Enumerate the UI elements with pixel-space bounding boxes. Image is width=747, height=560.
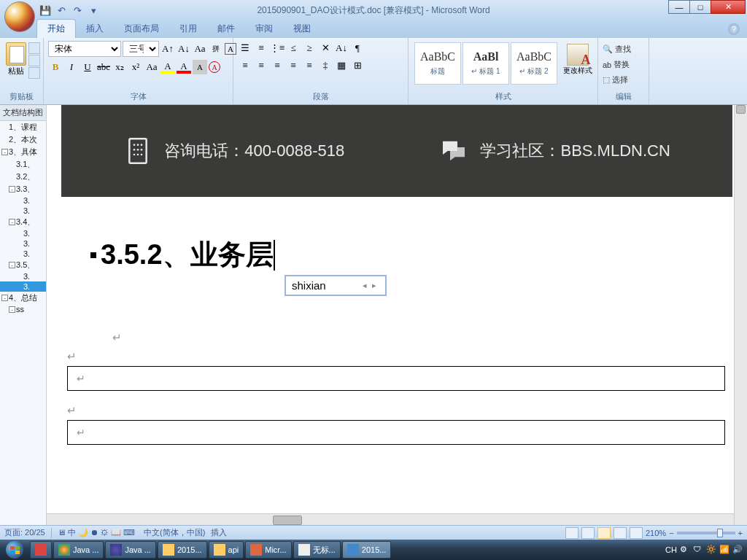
- scroll-thumb[interactable]: [273, 516, 302, 525]
- nav-item[interactable]: 3.2、: [0, 171, 46, 183]
- strikethrough-button[interactable]: abc: [96, 60, 111, 74]
- vertical-scrollbar[interactable]: [734, 105, 747, 526]
- enclose-char-button[interactable]: A: [209, 61, 220, 73]
- zoom-out-button[interactable]: −: [669, 529, 673, 537]
- font-name-select[interactable]: 宋体: [48, 41, 121, 57]
- expand-icon[interactable]: -: [1, 149, 8, 155]
- nav-item[interactable]: 2、本次: [0, 133, 46, 146]
- page-indicator[interactable]: 页面: 20/25: [4, 527, 45, 538]
- copy-icon[interactable]: [28, 55, 40, 66]
- language-indicator[interactable]: 中文(简体，中国): [144, 527, 205, 538]
- clear-format-icon[interactable]: Aa: [193, 42, 207, 56]
- undo-icon[interactable]: ↶: [55, 4, 67, 16]
- tab-references[interactable]: 引用: [169, 20, 207, 38]
- char-shading-button[interactable]: A: [193, 60, 207, 74]
- draft-view-button[interactable]: [630, 527, 643, 539]
- qat-dropdown-icon[interactable]: ▾: [88, 4, 99, 16]
- font-color-button[interactable]: A: [177, 60, 191, 74]
- fullscreen-view-button[interactable]: [581, 527, 595, 539]
- nav-item[interactable]: -ss: [0, 304, 46, 314]
- nav-item[interactable]: -3、具体: [0, 146, 46, 158]
- expand-icon[interactable]: -: [9, 219, 15, 225]
- ime-indicator-icon[interactable]: 🖥 中 🌙 ⏺ ⚙ 📖 ⌨: [58, 527, 135, 538]
- nav-item[interactable]: 3.: [0, 281, 46, 292]
- task-item[interactable]: 2015...: [158, 541, 207, 559]
- volume-icon[interactable]: 🔊: [732, 545, 743, 555]
- bullets-button[interactable]: ☰: [238, 41, 252, 55]
- italic-button[interactable]: I: [64, 60, 79, 74]
- tab-mailings[interactable]: 邮件: [207, 20, 245, 38]
- ime-paging-icon[interactable]: ◂ ▸: [363, 281, 378, 290]
- network-icon[interactable]: 📶: [719, 545, 729, 555]
- zoom-thumb[interactable]: [717, 529, 723, 537]
- nav-item[interactable]: -3.5、: [0, 259, 46, 271]
- task-item[interactable]: [30, 541, 52, 559]
- close-button[interactable]: ✕: [711, 0, 746, 14]
- redo-icon[interactable]: ↷: [71, 4, 83, 16]
- align-right-button[interactable]: ≡: [270, 58, 285, 73]
- tab-view[interactable]: 视图: [283, 20, 321, 38]
- nav-item[interactable]: 3.: [0, 206, 46, 216]
- style-item[interactable]: AaBl↵ 标题 1: [462, 42, 509, 85]
- grow-font-icon[interactable]: A↑: [160, 42, 175, 56]
- office-button[interactable]: [4, 1, 35, 32]
- table-cell[interactable]: ↵: [67, 366, 725, 391]
- tab-home[interactable]: 开始: [36, 19, 76, 38]
- indent-increase-button[interactable]: ≥: [302, 41, 317, 55]
- change-styles-button[interactable]: 更改样式: [560, 39, 595, 90]
- nav-item[interactable]: 1、课程: [0, 121, 46, 133]
- expand-icon[interactable]: -: [1, 295, 8, 301]
- shading-button[interactable]: ▦: [334, 58, 349, 73]
- table-cell[interactable]: ↵: [67, 420, 725, 445]
- show-marks-button[interactable]: ¶: [350, 41, 365, 55]
- tray-icon[interactable]: 🛡: [693, 545, 703, 555]
- align-justify-button[interactable]: ≡: [286, 58, 301, 73]
- change-case-button[interactable]: Aa: [144, 60, 159, 74]
- superscript-button[interactable]: x²: [128, 60, 143, 74]
- outline-view-button[interactable]: [614, 527, 627, 539]
- bold-button[interactable]: B: [48, 60, 63, 74]
- distribute-button[interactable]: ≡: [302, 58, 317, 73]
- expand-icon[interactable]: -: [9, 306, 15, 313]
- style-gallery[interactable]: AaBbC标题 AaBl↵ 标题 1 AaBbC↵ 标题 2: [411, 39, 560, 90]
- line-spacing-button[interactable]: ‡: [318, 58, 333, 73]
- nav-item[interactable]: -3.3、: [0, 183, 46, 195]
- start-button[interactable]: [0, 540, 29, 560]
- replace-button[interactable]: ab替换: [601, 58, 631, 71]
- format-painter-icon[interactable]: [28, 67, 40, 79]
- style-item[interactable]: AaBbC标题: [414, 42, 461, 85]
- borders-button[interactable]: ⊞: [350, 58, 365, 73]
- nav-item[interactable]: 3.: [0, 195, 46, 206]
- select-button[interactable]: ⬚选择: [601, 73, 630, 87]
- scroll-thumb[interactable]: [736, 105, 746, 114]
- align-left-button[interactable]: ≡: [238, 58, 252, 73]
- subscript-button[interactable]: x₂: [112, 60, 127, 74]
- tab-review[interactable]: 审阅: [245, 20, 283, 38]
- align-center-button[interactable]: ≡: [254, 58, 268, 73]
- task-item[interactable]: Java ...: [105, 541, 155, 559]
- document-area[interactable]: 咨询电话：400-0088-518 学习社区：BBS.MLDN.CN 3.5.2…: [47, 105, 747, 526]
- ime-candidate-box[interactable]: shixian ◂ ▸: [285, 275, 387, 296]
- print-layout-view-button[interactable]: [565, 527, 578, 539]
- phonetic-icon[interactable]: 拼: [209, 42, 223, 56]
- zoom-level[interactable]: 210%: [646, 529, 666, 537]
- tray-icon[interactable]: ⚙: [680, 545, 690, 555]
- sort-button[interactable]: A↓: [334, 41, 349, 55]
- insert-mode[interactable]: 插入: [211, 527, 227, 538]
- highlight-button[interactable]: A: [160, 60, 175, 74]
- tray-icon[interactable]: 🔆: [706, 545, 716, 555]
- tab-insert[interactable]: 插入: [76, 20, 114, 38]
- font-size-select[interactable]: 三号: [123, 41, 159, 57]
- web-layout-view-button[interactable]: [597, 527, 611, 539]
- cut-icon[interactable]: [28, 42, 40, 54]
- underline-button[interactable]: U: [80, 60, 95, 74]
- asian-layout-button[interactable]: ✕: [318, 41, 333, 55]
- document-heading[interactable]: 3.5.2、业务层: [90, 236, 275, 273]
- style-item[interactable]: AaBbC↵ 标题 2: [511, 42, 557, 85]
- indent-decrease-button[interactable]: ≤: [286, 41, 301, 55]
- document-map-pane[interactable]: 文档结构图 1、课程2、本次-3、具体3.1、3.2、-3.3、3.3.-3.4…: [0, 105, 47, 526]
- task-item[interactable]: api: [209, 541, 244, 559]
- task-item[interactable]: Java ...: [53, 541, 104, 559]
- multilevel-button[interactable]: ⋮≡: [270, 41, 285, 55]
- expand-icon[interactable]: -: [9, 186, 15, 192]
